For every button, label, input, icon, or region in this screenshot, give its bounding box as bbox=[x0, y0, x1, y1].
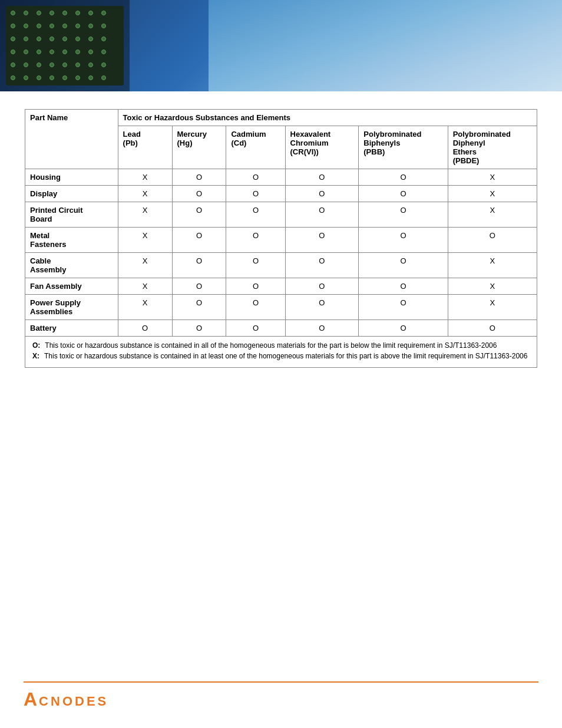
company-logo: ACNODES bbox=[24, 689, 538, 710]
housing-cadmium: O bbox=[226, 169, 285, 186]
housing-pbb: O bbox=[359, 169, 448, 186]
pcb-lead: X bbox=[118, 202, 172, 228]
power-cadmium: O bbox=[226, 295, 285, 320]
col-header-mercury: Mercury (Hg) bbox=[172, 126, 226, 169]
fan-mercury: O bbox=[172, 278, 226, 295]
housing-hexavalent: O bbox=[285, 169, 359, 186]
fan-pbb: O bbox=[359, 278, 448, 295]
table-row: CableAssembly X O O O O X bbox=[25, 253, 537, 278]
housing-mercury: O bbox=[172, 169, 226, 186]
fan-lead: X bbox=[118, 278, 172, 295]
footnote-x: X: This toxic or hazardous substance is … bbox=[32, 352, 530, 360]
cable-cadmium: O bbox=[226, 253, 285, 278]
battery-lead: O bbox=[118, 320, 172, 337]
col-header-cadmium: Cadmium (Cd) bbox=[226, 126, 285, 169]
toxic-header: Toxic or Hazardous Substances and Elemen… bbox=[118, 110, 537, 126]
battery-hexavalent: O bbox=[285, 320, 359, 337]
part-name-housing: Housing bbox=[25, 169, 118, 186]
housing-lead: X bbox=[118, 169, 172, 186]
metal-lead: X bbox=[118, 228, 172, 253]
battery-cadmium: O bbox=[226, 320, 285, 337]
footnote-o-symbol: O: bbox=[32, 341, 40, 350]
power-mercury: O bbox=[172, 295, 226, 320]
power-hexavalent: O bbox=[285, 295, 359, 320]
pcb-pbb: O bbox=[359, 202, 448, 228]
display-pbb: O bbox=[359, 186, 448, 202]
part-name-pcb: Printed CircuitBoard bbox=[25, 202, 118, 228]
housing-pbde: X bbox=[448, 169, 537, 186]
footnote-o-text: This toxic or hazardous substance is con… bbox=[45, 341, 497, 350]
header-banner bbox=[0, 0, 562, 91]
part-name-power-supply: Power SupplyAssemblies bbox=[25, 295, 118, 320]
metal-pbb: O bbox=[359, 228, 448, 253]
footnote-row: O: This toxic or hazardous substance is … bbox=[25, 337, 537, 368]
part-name-metal-fasteners: MetalFasteners bbox=[25, 228, 118, 253]
power-lead: X bbox=[118, 295, 172, 320]
footnote-x-symbol: X: bbox=[32, 352, 39, 360]
header-wave bbox=[209, 0, 562, 91]
cable-pbde: X bbox=[448, 253, 537, 278]
pcb-cadmium: O bbox=[226, 202, 285, 228]
display-pbde: X bbox=[448, 186, 537, 202]
col-header-hexavalent: Hexavalent Chromium (CR(VI)) bbox=[285, 126, 359, 169]
display-hexavalent: O bbox=[285, 186, 359, 202]
cable-pbb: O bbox=[359, 253, 448, 278]
table-row: Battery O O O O O O bbox=[25, 320, 537, 337]
footnotes-cell: O: This toxic or hazardous substance is … bbox=[25, 337, 537, 368]
metal-cadmium: O bbox=[226, 228, 285, 253]
col-header-pbb: Polybrominated Biphenyls (PBB) bbox=[359, 126, 448, 169]
display-mercury: O bbox=[172, 186, 226, 202]
part-name-fan-assembly: Fan Assembly bbox=[25, 278, 118, 295]
pcb-image bbox=[6, 6, 124, 85]
battery-mercury: O bbox=[172, 320, 226, 337]
table-row: Power SupplyAssemblies X O O O O X bbox=[25, 295, 537, 320]
table-row: Printed CircuitBoard X O O O O X bbox=[25, 202, 537, 228]
part-name-display: Display bbox=[25, 186, 118, 202]
part-name-cable-assembly: CableAssembly bbox=[25, 253, 118, 278]
fan-cadmium: O bbox=[226, 278, 285, 295]
main-content: Part Name Toxic or Hazardous Substances … bbox=[0, 91, 562, 386]
footnote-o: O: This toxic or hazardous substance is … bbox=[32, 341, 530, 350]
cable-mercury: O bbox=[172, 253, 226, 278]
battery-pbb: O bbox=[359, 320, 448, 337]
logo-rest: CNODES bbox=[39, 694, 108, 709]
fan-pbde: X bbox=[448, 278, 537, 295]
fan-hexavalent: O bbox=[285, 278, 359, 295]
metal-mercury: O bbox=[172, 228, 226, 253]
logo-a-letter: A bbox=[24, 689, 39, 710]
footnote-x-text: This toxic or hazardous substance is con… bbox=[44, 352, 527, 360]
table-row: Fan Assembly X O O O O X bbox=[25, 278, 537, 295]
table-row: Housing X O O O O X bbox=[25, 169, 537, 186]
col-header-lead: Lead (Pb) bbox=[118, 126, 172, 169]
pcb-pbde: X bbox=[448, 202, 537, 228]
metal-pbde: O bbox=[448, 228, 537, 253]
display-lead: X bbox=[118, 186, 172, 202]
pcb-hexavalent: O bbox=[285, 202, 359, 228]
power-pbb: O bbox=[359, 295, 448, 320]
pcb-mercury: O bbox=[172, 202, 226, 228]
cable-hexavalent: O bbox=[285, 253, 359, 278]
power-pbde: X bbox=[448, 295, 537, 320]
page-footer: ACNODES bbox=[24, 681, 538, 710]
hazardous-table: Part Name Toxic or Hazardous Substances … bbox=[25, 109, 537, 368]
table-row: Display X O O O O X bbox=[25, 186, 537, 202]
table-row: MetalFasteners X O O O O O bbox=[25, 228, 537, 253]
display-cadmium: O bbox=[226, 186, 285, 202]
battery-pbde: O bbox=[448, 320, 537, 337]
part-name-battery: Battery bbox=[25, 320, 118, 337]
part-name-header: Part Name bbox=[25, 110, 118, 169]
metal-hexavalent: O bbox=[285, 228, 359, 253]
col-header-pbde: Polybrominated Diphenyl Ethers (PBDE) bbox=[448, 126, 537, 169]
cable-lead: X bbox=[118, 253, 172, 278]
